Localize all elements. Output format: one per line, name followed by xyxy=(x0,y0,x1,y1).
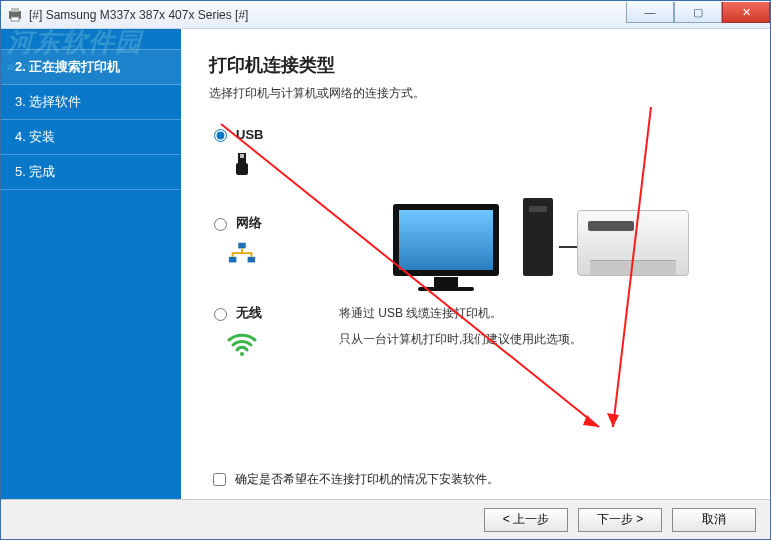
back-button[interactable]: < 上一步 xyxy=(484,508,568,532)
sidebar-step-label: 2. 正在搜索打印机 xyxy=(15,59,120,74)
sidebar-step-label: 4. 安装 xyxy=(15,129,55,144)
window-body: 2. 正在搜索打印机 3. 选择软件 4. 安装 5. 完成 打印机连接类型 选… xyxy=(1,29,770,499)
tower-graphic xyxy=(523,198,553,276)
titlebar: [#] Samsung M337x 387x 407x Series [#] —… xyxy=(1,1,770,29)
description-line-2: 只从一台计算机打印时,我们建议使用此选项。 xyxy=(339,326,742,352)
page-heading: 打印机连接类型 xyxy=(209,53,742,77)
connection-options: USB 网络 xyxy=(209,126,319,394)
svg-rect-5 xyxy=(236,163,248,175)
sidebar-step-3[interactable]: 3. 选择软件 xyxy=(1,85,181,120)
sidebar-step-4[interactable]: 4. 安装 xyxy=(1,120,181,155)
option-text: USB xyxy=(236,127,263,142)
installer-window: [#] Samsung M337x 387x 407x Series [#] —… xyxy=(0,0,771,540)
wifi-icon xyxy=(227,330,257,358)
cancel-button[interactable]: 取消 xyxy=(672,508,756,532)
option-usb-label[interactable]: USB xyxy=(209,126,319,142)
option-wireless-label[interactable]: 无线 xyxy=(209,304,319,322)
install-without-printer-checkbox[interactable] xyxy=(213,473,226,486)
sidebar-step-5[interactable]: 5. 完成 xyxy=(1,155,181,190)
option-network[interactable]: 网络 xyxy=(209,214,319,268)
sidebar-step-label: 3. 选择软件 xyxy=(15,94,81,109)
svg-rect-1 xyxy=(11,8,19,12)
monitor-graphic xyxy=(393,204,499,276)
svg-rect-8 xyxy=(248,257,256,263)
svg-marker-13 xyxy=(607,413,619,427)
usb-plug-icon xyxy=(227,150,257,178)
sidebar-step-2[interactable]: 2. 正在搜索打印机 xyxy=(1,49,181,85)
network-nodes-icon xyxy=(227,240,257,268)
main-panel: 打印机连接类型 选择打印机与计算机或网络的连接方式。 USB 网络 xyxy=(181,29,770,499)
svg-rect-6 xyxy=(238,243,246,249)
window-buttons: — ▢ ✕ xyxy=(626,6,770,23)
install-without-printer-label: 确定是否希望在不连接打印机的情况下安装软件。 xyxy=(235,471,499,488)
option-network-label[interactable]: 网络 xyxy=(209,214,319,232)
option-wireless-radio[interactable] xyxy=(214,308,227,321)
page-subtitle: 选择打印机与计算机或网络的连接方式。 xyxy=(209,85,742,102)
svg-rect-2 xyxy=(11,17,19,21)
app-icon xyxy=(7,7,23,23)
connection-illustration xyxy=(339,126,742,276)
install-without-printer-row[interactable]: 确定是否希望在不连接打印机的情况下安装软件。 xyxy=(209,470,499,489)
option-wireless[interactable]: 无线 xyxy=(209,304,319,358)
svg-point-9 xyxy=(240,352,244,356)
maximize-button[interactable]: ▢ xyxy=(674,2,722,23)
close-button[interactable]: ✕ xyxy=(722,2,770,23)
option-detail: 将通过 USB 线缆连接打印机。 只从一台计算机打印时,我们建议使用此选项。 xyxy=(339,126,742,353)
printer-graphic xyxy=(577,210,689,276)
svg-rect-4 xyxy=(240,154,244,158)
option-text: 无线 xyxy=(236,304,262,322)
sidebar-step-label: 5. 完成 xyxy=(15,164,55,179)
option-description: 将通过 USB 线缆连接打印机。 只从一台计算机打印时,我们建议使用此选项。 xyxy=(339,300,742,353)
svg-rect-7 xyxy=(229,257,237,263)
window-title: [#] Samsung M337x 387x 407x Series [#] xyxy=(29,8,626,22)
option-usb[interactable]: USB xyxy=(209,126,319,178)
description-line-1: 将通过 USB 线缆连接打印机。 xyxy=(339,300,742,326)
minimize-button[interactable]: — xyxy=(626,2,674,23)
svg-marker-11 xyxy=(583,415,599,427)
option-usb-radio[interactable] xyxy=(214,129,227,142)
footer: < 上一步 下一步 > 取消 xyxy=(1,499,770,539)
sidebar: 2. 正在搜索打印机 3. 选择软件 4. 安装 5. 完成 xyxy=(1,29,181,499)
option-network-radio[interactable] xyxy=(214,218,227,231)
next-button[interactable]: 下一步 > xyxy=(578,508,662,532)
option-text: 网络 xyxy=(236,214,262,232)
